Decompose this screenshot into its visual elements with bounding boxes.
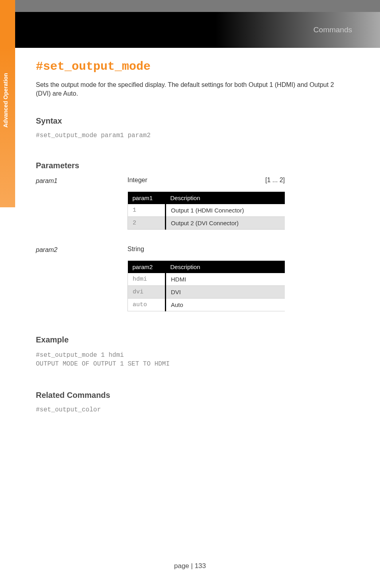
- param1-type: Integer: [127, 177, 147, 184]
- page-number: page | 133: [0, 562, 380, 570]
- param1-r0-val: 1: [128, 204, 166, 217]
- example-block: Example #set_output_mode 1 hdmi OUTPUT M…: [36, 335, 339, 369]
- param1-th2: Description: [166, 192, 285, 204]
- param2-r0-val: hdmi: [128, 273, 166, 286]
- example-heading: Example: [36, 335, 339, 344]
- param2-th1: param2: [128, 261, 166, 273]
- param2-th2: Description: [166, 261, 285, 273]
- param1-row: param1 Integer [1 ... 2] param1 Descript…: [36, 177, 339, 234]
- param2-r1-val: dvi: [128, 285, 166, 298]
- param1-r1-desc: Output 2 (DVI Connector): [166, 216, 285, 229]
- top-bar: [0, 0, 380, 12]
- sidebar: Advanced Operation: [0, 48, 15, 207]
- table-row: 1 Output 1 (HDMI Connector): [128, 204, 285, 217]
- main-content: #set_output_mode Sets the output mode fo…: [36, 60, 339, 413]
- syntax-code: #set_output_mode param1 param2: [36, 132, 339, 139]
- param2-right: String param2 Description hdmi HDMI dvi …: [127, 246, 339, 315]
- param1-table: param1 Description 1 Output 1 (HDMI Conn…: [127, 192, 285, 230]
- example-code: #set_output_mode 1 hdmi OUTPUT MODE OF O…: [36, 351, 339, 369]
- header-gradient: Commands: [15, 12, 380, 48]
- table-row: auto Auto: [128, 298, 285, 311]
- param1-th1: param1: [128, 192, 166, 204]
- param2-label: param2: [36, 246, 127, 254]
- command-title: #set_output_mode: [36, 60, 339, 73]
- table-row: dvi DVI: [128, 285, 285, 298]
- param2-r2-desc: Auto: [166, 298, 285, 311]
- parameters-heading: Parameters: [36, 161, 339, 170]
- header-title: Commands: [313, 26, 352, 34]
- sidebar-label: Advanced Operation: [2, 73, 9, 128]
- table-row: 2 Output 2 (DVI Connector): [128, 216, 285, 229]
- top-bar-gray: [15, 0, 380, 12]
- param1-right: Integer [1 ... 2] param1 Description 1 O…: [127, 177, 339, 234]
- table-header-row: param2 Description: [128, 261, 285, 273]
- table-header-row: param1 Description: [128, 192, 285, 204]
- param2-type: String: [127, 246, 144, 253]
- table-row: hdmi HDMI: [128, 273, 285, 286]
- param1-r0-desc: Output 1 (HDMI Connector): [166, 204, 285, 217]
- param1-label: param1: [36, 177, 127, 185]
- param2-type-row: String: [127, 246, 285, 253]
- top-bar-orange: [0, 0, 15, 12]
- header-row: Commands: [0, 12, 380, 48]
- param2-row: param2 String param2 Description hdmi HD…: [36, 246, 339, 315]
- related-item: #set_output_color: [36, 406, 339, 413]
- param2-r0-desc: HDMI: [166, 273, 285, 286]
- param2-r1-desc: DVI: [166, 285, 285, 298]
- param1-r1-val: 2: [128, 216, 166, 229]
- header-orange: [0, 12, 15, 48]
- param2-r2-val: auto: [128, 298, 166, 311]
- command-description: Sets the output mode for the specified d…: [36, 81, 339, 98]
- syntax-heading: Syntax: [36, 116, 339, 126]
- related-heading: Related Commands: [36, 391, 339, 400]
- param2-table: param2 Description hdmi HDMI dvi DVI aut…: [127, 261, 285, 311]
- param1-range: [1 ... 2]: [265, 177, 285, 184]
- param1-type-row: Integer [1 ... 2]: [127, 177, 285, 184]
- related-block: Related Commands #set_output_color: [36, 391, 339, 413]
